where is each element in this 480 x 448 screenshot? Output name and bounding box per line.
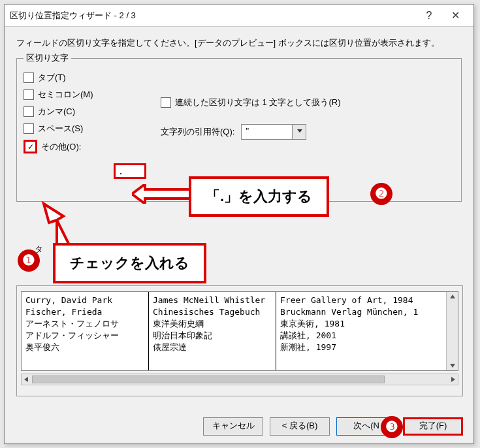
callout-2-text: 「.」を入力する [206,188,312,204]
close-icon: ✕ [451,9,460,22]
badge-1: ❶ [18,249,40,272]
checkbox-semicolon[interactable] [24,89,34,100]
svg-marker-1 [44,204,70,246]
checkbox-other-label: その他(O): [41,141,81,153]
data-preview: Curry, David Park Fischer, Frieda アーネスト・… [21,291,458,371]
checkbox-other[interactable] [24,140,37,153]
dialog-title: 区切り位置指定ウィザード - 2 / 3 [10,10,416,22]
checkbox-comma-label: カンマ(C) [38,106,75,118]
finish-button-label: 完了(F) [419,421,447,430]
cancel-button[interactable]: キャンセル [203,417,263,436]
button-row: キャンセル < 戻る(B) 次へ(N 完了(F) [203,417,463,436]
callout-2-arrow [132,184,191,204]
callout-input-dot: 「.」を入力する [189,176,329,217]
callout-1-arrow [37,200,83,246]
close-button[interactable]: ✕ [442,7,468,25]
checkbox-consecutive[interactable] [161,97,171,108]
checkbox-tab[interactable] [24,72,34,83]
finish-button[interactable]: 完了(F) [403,417,463,436]
preview-col-3: Freer Gallery of Art, 1984 Bruckmann Ver… [276,292,446,370]
preview-col-2: James McNeill Whistler Chinesisches Tage… [149,292,276,370]
qualifier-label: 文字列の引用符(Q): [161,126,234,138]
qualifier-select[interactable]: " [241,124,306,140]
next-button-label: 次へ(N [353,421,379,430]
cancel-button-label: キャンセル [212,421,255,430]
right-options: 連続した区切り文字は 1 文字として扱う(R) 文字列の引用符(Q): " [161,91,341,140]
chevron-down-icon [297,129,302,133]
badge-2: ❷ [370,183,392,205]
help-icon: ? [426,10,432,22]
checkbox-consecutive-label: 連続した区切り文字は 1 文字として扱う(R) [175,97,341,108]
vertical-scrollbar[interactable] [446,292,458,370]
svg-marker-0 [132,184,191,204]
checkbox-space[interactable] [24,123,34,134]
checkbox-tab-label: タブ(T) [38,72,66,84]
callout-1-text: チェックを入れる [70,255,189,271]
scrollbar-thumb[interactable] [32,376,385,383]
delimiters-legend: 区切り文字 [24,52,71,64]
checkbox-space-label: スペース(S) [38,123,83,135]
horizontal-scrollbar[interactable] [21,374,458,385]
wizard-dialog: 区切り位置指定ウィザード - 2 / 3 ? ✕ フィールドの区切り文字を指定し… [4,4,474,444]
callout-check: チェックを入れる [53,243,206,283]
data-preview-box: Curry, David Park Fischer, Frieda アーネスト・… [16,285,463,396]
instruction-text: フィールドの区切り文字を指定してください。[データのプレビュー] ボックスには区… [16,37,462,49]
checkbox-tab-row: タブ(T) [24,72,455,84]
back-button-label: < 戻る(B) [282,421,318,430]
help-button[interactable]: ? [416,7,442,25]
titlebar: 区切り位置指定ウィザード - 2 / 3 ? ✕ [5,5,473,27]
badge-3: ❸ [381,416,403,438]
checkbox-comma[interactable] [24,106,34,117]
checkbox-other-row: その他(O): [24,140,455,153]
checkbox-consecutive-row: 連続した区切り文字は 1 文字として扱う(R) [161,97,341,108]
qualifier-row: 文字列の引用符(Q): " [161,124,341,140]
preview-col-1: Curry, David Park Fischer, Frieda アーネスト・… [22,292,149,370]
checkbox-semicolon-label: セミコロン(M) [38,89,93,101]
other-delimiter-input[interactable] [114,163,146,179]
qualifier-value: " [246,126,249,136]
back-button[interactable]: < 戻る(B) [270,417,330,436]
